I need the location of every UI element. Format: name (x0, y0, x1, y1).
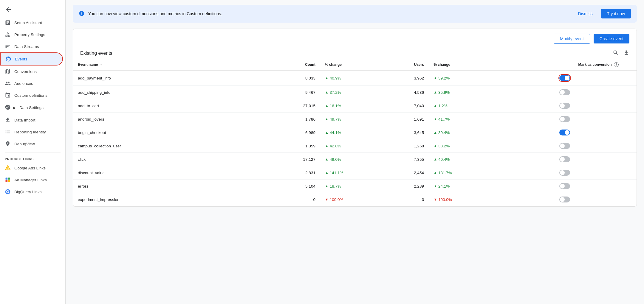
create-event-button[interactable]: Create event (594, 34, 629, 43)
count-pct-cell: ▲ 44.1% (320, 126, 384, 139)
back-arrow-icon (5, 6, 12, 13)
pct-value: 44.1% (330, 130, 341, 135)
pct-value: 1.2% (438, 104, 448, 108)
try-it-now-button[interactable]: Try it now (601, 9, 631, 18)
sidebar: Setup Assistant Property Settings Data S… (0, 0, 66, 304)
sidebar-item-property-settings[interactable]: Property Settings (0, 29, 63, 40)
sidebar-item-reporting-identity[interactable]: Reporting Identity (0, 126, 63, 138)
event-name-cell: errors (73, 180, 270, 193)
users-cell: 3,962 (384, 70, 429, 86)
conversion-toggle[interactable] (559, 103, 570, 109)
conversion-toggle[interactable] (559, 197, 570, 202)
dismiss-button[interactable]: Dismiss (578, 11, 593, 16)
download-button[interactable] (623, 50, 629, 57)
conversion-toggle[interactable] (559, 156, 570, 162)
arrow-up-icon: ▲ (325, 76, 329, 80)
arrow-up-icon: ▲ (434, 144, 437, 148)
help-icon[interactable]: ? (614, 62, 619, 67)
sidebar-item-data-streams[interactable]: Data Streams (0, 40, 63, 52)
highlighted-toggle-wrapper (558, 74, 571, 82)
th-count: Count (270, 59, 320, 70)
sidebar-item-audiences[interactable]: Audiences (0, 77, 63, 89)
pct-value: 49.0% (330, 157, 341, 162)
sidebar-item-custom-definitions[interactable]: Custom definitions (0, 89, 63, 101)
reporting-icon (5, 129, 11, 135)
conversion-toggle[interactable] (559, 170, 570, 176)
sidebar-item-data-import[interactable]: Data Import (0, 114, 63, 126)
conversion-toggle[interactable] (559, 143, 570, 149)
users-pct-cell: ▲ 39.2% (429, 70, 493, 86)
events-table: Event name ↑ Count % change Users % chan… (73, 59, 637, 206)
info-icon (79, 10, 85, 17)
count-cell: 6,989 (270, 126, 320, 139)
event-name-cell: android_lovers (73, 113, 270, 126)
count-cell: 8,033 (270, 70, 320, 86)
pct-value: 16.1% (330, 104, 341, 108)
count-pct-cell: ▲ 49.0% (320, 153, 384, 166)
download-icon (623, 50, 629, 56)
property-icon (5, 32, 11, 38)
conversion-toggle-cell (493, 139, 637, 153)
back-button[interactable] (0, 2, 65, 17)
conversion-toggle[interactable] (559, 130, 570, 135)
count-pct-cell: ▲ 40.9% (320, 70, 384, 86)
conversion-toggle-cell (493, 193, 637, 206)
arrow-down-icon: ▼ (325, 197, 329, 202)
users-cell: 3,645 (384, 126, 429, 139)
event-name-cell: add_payment_info (73, 70, 270, 86)
arrow-down-icon: ▼ (434, 197, 437, 202)
table-row: experiment_impression0 ▼ 100.0% 0 ▼ 100.… (73, 193, 637, 206)
sidebar-item-data-settings[interactable]: ▶ Data Settings (0, 101, 65, 114)
count-pct-cell: ▲ 16.1% (320, 99, 384, 113)
product-links-label: PRODUCT LINKS (0, 155, 65, 162)
table-header-row: Event name ↑ Count % change Users % chan… (73, 59, 637, 70)
search-button[interactable] (613, 50, 619, 57)
th-mark-conversion: Mark as conversion ? (493, 59, 637, 70)
conversion-toggle[interactable] (559, 75, 570, 81)
event-name-cell: campus_collection_user (73, 139, 270, 153)
event-name-cell: add_shipping_info (73, 86, 270, 99)
existing-events-header: Existing events (73, 44, 637, 59)
count-cell: 2,831 (270, 166, 320, 180)
count-pct-cell: ▲ 42.8% (320, 139, 384, 153)
sidebar-item-ad-manager[interactable]: Ad Manager Links (0, 174, 65, 186)
conversion-toggle[interactable] (559, 89, 570, 95)
svg-point-3 (7, 169, 8, 170)
google-ads-icon (5, 165, 11, 171)
users-cell: 4,586 (384, 86, 429, 99)
pct-value: 24.1% (438, 184, 450, 188)
arrow-up-icon: ▲ (434, 171, 437, 175)
th-users: Users (384, 59, 429, 70)
modify-event-button[interactable]: Modify event (554, 34, 590, 44)
sidebar-item-setup-assistant[interactable]: Setup Assistant (0, 17, 63, 29)
count-cell: 0 (270, 193, 320, 206)
import-icon (5, 117, 11, 123)
arrow-up-icon: ▲ (325, 117, 329, 121)
sidebar-item-google-ads[interactable]: Google Ads Links (0, 162, 65, 174)
pct-value: 141.1% (330, 171, 343, 175)
th-event-name[interactable]: Event name ↑ (73, 59, 270, 70)
table-row: campus_collection_user1,359 ▲ 42.8% 1,26… (73, 139, 637, 153)
sidebar-item-conversions[interactable]: Conversions (0, 66, 63, 77)
sidebar-item-debug-view[interactable]: DebugView (0, 138, 63, 150)
conversion-toggle-cell (493, 113, 637, 126)
sidebar-item-bigquery[interactable]: BigQuery Links (0, 186, 65, 198)
events-table-body: add_payment_info8,033 ▲ 40.9% 3,962 ▲ 39… (73, 70, 637, 206)
data-settings-icon (5, 104, 11, 111)
existing-events-title: Existing events (80, 51, 112, 56)
users-pct-cell: ▲ 33.2% (429, 139, 493, 153)
info-banner: You can now view custom dimensions and m… (73, 5, 637, 23)
arrow-up-icon: ▲ (325, 184, 329, 188)
users-cell: 2,454 (384, 166, 429, 180)
count-pct-cell: ▲ 141.1% (320, 166, 384, 180)
conversion-toggle[interactable] (559, 116, 570, 122)
table-row: android_lovers1,786 ▲ 49.7% 1,691 ▲ 41.7… (73, 113, 637, 126)
pct-value: 42.8% (330, 144, 341, 148)
conversion-toggle-cell (493, 153, 637, 166)
conversion-toggle[interactable] (559, 183, 570, 189)
sidebar-item-events[interactable]: Events (0, 52, 63, 66)
users-pct-cell: ▲ 131.7% (429, 166, 493, 180)
users-cell: 0 (384, 193, 429, 206)
pct-value: 100.0% (330, 197, 343, 202)
count-pct-cell: ▲ 18.7% (320, 180, 384, 193)
